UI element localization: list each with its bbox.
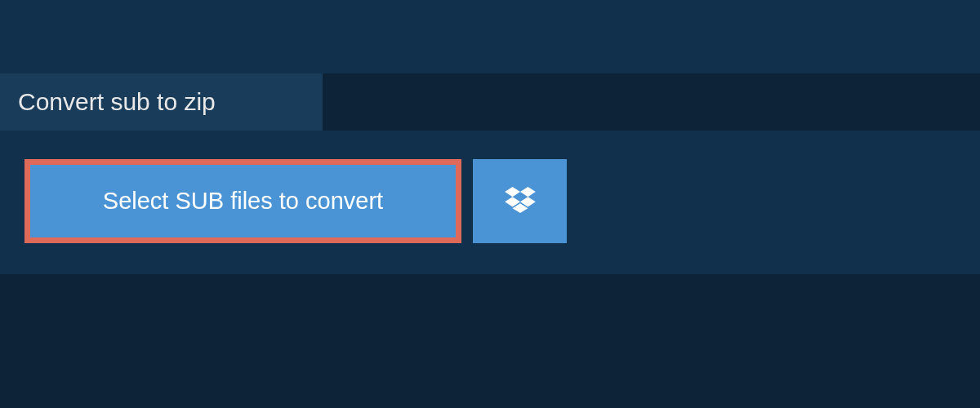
dropbox-button[interactable] bbox=[473, 159, 567, 243]
select-files-label: Select SUB files to convert bbox=[103, 188, 383, 215]
dropbox-icon bbox=[505, 187, 536, 216]
conversion-tab[interactable]: Convert sub to zip bbox=[0, 73, 323, 134]
select-files-button[interactable]: Select SUB files to convert bbox=[24, 159, 461, 243]
main-panel: Select SUB files to convert bbox=[0, 131, 980, 274]
top-strip bbox=[0, 0, 980, 73]
tab-title: Convert sub to zip bbox=[18, 88, 216, 115]
button-group: Select SUB files to convert bbox=[24, 159, 956, 243]
